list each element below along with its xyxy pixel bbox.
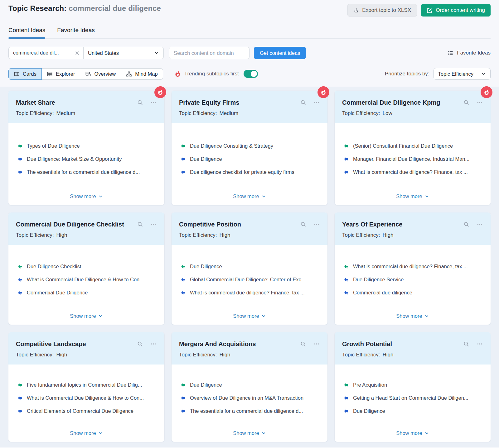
order-content-button[interactable]: Order content writing [421,4,491,17]
tab-favorite-ideas[interactable]: Favorite Ideas [57,27,94,38]
card-menu-button[interactable] [313,341,320,347]
prioritize-dropdown[interactable]: Topic Efficiency [434,68,491,80]
show-more-button[interactable]: Show more [70,313,103,319]
topic-efficiency-label: Topic Efficiency: [342,110,380,117]
card-search-button[interactable] [300,221,306,227]
card-menu-button[interactable] [150,99,157,106]
export-icon [353,7,359,13]
card-title: Competitive Position [179,220,300,228]
subtopic-item[interactable]: What is commercial due diligence? Financ… [179,289,320,296]
view-overview[interactable]: Overview [80,68,121,80]
country-select[interactable]: United States [84,47,163,59]
card-search-button[interactable] [300,341,306,347]
show-more-button[interactable]: Show more [70,193,103,199]
card-menu-button[interactable] [476,221,483,227]
show-more-button[interactable]: Show more [396,430,429,436]
subtopic-item[interactable]: Due Diligence [179,263,320,270]
topic-efficiency-value: High [383,352,394,358]
subtopic-text: Commercial due diligence [353,290,412,296]
subtopic-item[interactable]: Due diligence checklist for private equi… [179,169,320,175]
subtopic-text: Due Diligence Consulting & Strategy [190,143,273,149]
country-value: United States [88,50,119,56]
megaphone-icon [16,143,22,149]
topic-efficiency-label: Topic Efficiency: [16,352,54,358]
topic-efficiency-label: Topic Efficiency: [179,232,217,238]
subtopic-text: What is commercial due diligence? Financ… [353,264,468,269]
topic-efficiency: Topic Efficiency:Medium [16,110,157,117]
card-header: Years Of ExperienceTopic Efficiency:High [335,212,491,245]
subtopic-item[interactable]: Due Diligence Consulting & Strategy [179,143,320,149]
subtopic-item[interactable]: Due Diligence Service [342,276,483,283]
favorite-ideas-link[interactable]: Favorite Ideas [448,50,491,56]
domain-search-input[interactable] [169,47,250,59]
subtopic-text: Critical Elements of Commercial Due Dili… [27,408,133,414]
show-more-button[interactable]: Show more [233,313,266,319]
card-header: Private Equity FirmsTopic Efficiency:Med… [172,91,327,123]
show-more-button[interactable]: Show more [396,193,429,199]
trending-toggle[interactable] [244,70,258,78]
subtopic-item[interactable]: The essentials for a commercial due dili… [179,408,320,414]
subtopic-item[interactable]: Commercial Due Diligence [16,289,157,296]
export-xlsx-button[interactable]: Export topic to XLSX [347,4,417,17]
subtopic-item[interactable]: Critical Elements of Commercial Due Dili… [16,408,157,414]
subtopic-item[interactable]: Commercial due diligence [342,289,483,296]
card-title: Growth Potential [342,340,463,348]
card-search-button[interactable] [137,341,143,347]
subtopic-item[interactable]: What is Commercial Due Diligence & How t… [16,276,157,283]
subtopic-item[interactable]: Due Diligence [179,156,320,162]
card-menu-button[interactable] [150,221,157,227]
card-body: Due Diligence Consulting & StrategyDue D… [172,123,327,205]
subtopic-item[interactable]: The essentials for a commercial due dili… [16,169,157,175]
get-content-ideas-button[interactable]: Get content ideas [254,47,306,59]
subtopic-item[interactable]: Overview of Due Diligence in an M&A Tran… [179,395,320,401]
view-cards[interactable]: Cards [8,68,42,80]
topic-efficiency-label: Topic Efficiency: [179,352,217,358]
card-header: Competitive PositionTopic Efficiency:Hig… [172,212,327,245]
megaphone-icon [342,276,349,283]
subtopic-item[interactable]: What is commercial due diligence? Financ… [342,263,483,270]
subtopic-item[interactable]: Due Diligence [179,382,320,388]
subtopic-item[interactable]: Pre Acquisition [342,382,483,388]
card-menu-button[interactable] [150,341,157,347]
topic-card: Competitive LandscapeTopic Efficiency:Hi… [8,332,164,442]
show-more-button[interactable]: Show more [233,430,266,436]
cards-section: Market ShareTopic Efficiency:MediumTypes… [0,87,499,447]
show-more-button[interactable]: Show more [70,430,103,436]
card-menu-button[interactable] [476,341,483,347]
subtopic-text: Due Diligence [190,156,222,162]
subtopic-item[interactable]: Due Diligence Checklist [16,263,157,270]
keyword-input[interactable]: commercial due dil... [9,47,84,59]
card-menu-button[interactable] [313,99,320,106]
subtopic-item[interactable]: Manager, Financial Due Diligence, Indust… [342,156,483,162]
subtopic-item[interactable]: Five fundamental topics in Commercial Du… [16,382,157,388]
subtopic-item[interactable]: Due Diligence: Market Size & Opportunity [16,156,157,162]
show-more-button[interactable]: Show more [233,193,266,199]
view-explorer[interactable]: Explorer [41,68,80,80]
show-more-button[interactable]: Show more [396,313,429,319]
card-search-button[interactable] [137,99,143,106]
card-menu-button[interactable] [476,99,483,106]
subtopic-item[interactable]: Types of Due Diligence [16,143,157,149]
tab-content-ideas[interactable]: Content Ideas [8,27,45,38]
subtopic-item[interactable]: Global Commercial Due Diligence: Center … [179,276,320,283]
chevron-down-icon [424,431,429,436]
subtopic-text: Types of Due Diligence [27,143,80,149]
card-search-button[interactable] [137,221,143,227]
more-dots-icon [150,99,157,106]
subtopic-item[interactable]: Due Diligence [342,408,483,414]
card-search-button[interactable] [463,99,469,106]
subtopic-item[interactable]: What is commercial due diligence? Financ… [342,169,483,175]
card-menu-button[interactable] [313,221,320,227]
card-header: Commercial Due Diligence ChecklistTopic … [8,212,164,245]
megaphone-icon [342,408,349,414]
card-search-button[interactable] [463,341,469,347]
clear-keyword-icon[interactable] [75,51,80,55]
subtopic-item[interactable]: (Senior) Consultant Financial Due Dilige… [342,143,483,149]
topic-card: Commercial Due Diligence ChecklistTopic … [8,212,164,325]
subtopic-item[interactable]: What is Commercial Due Diligence & How t… [16,395,157,401]
card-search-button[interactable] [463,221,469,227]
card-search-button[interactable] [300,99,306,106]
subtopic-item[interactable]: Getting a Head Start on Commercial Due D… [342,395,483,401]
view-mind-map[interactable]: Mind Map [121,68,163,80]
megaphone-icon [16,169,22,175]
